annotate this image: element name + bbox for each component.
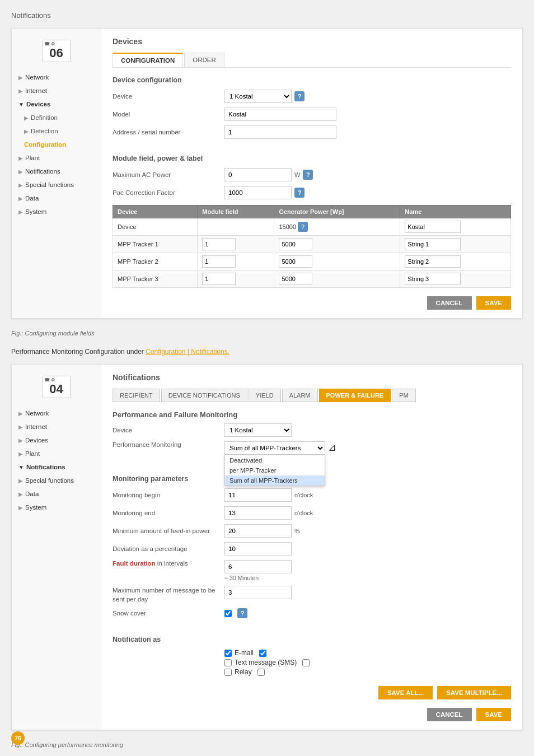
sms-checkbox-2[interactable]: [302, 659, 310, 666]
cancel-button-1[interactable]: CANCEL: [427, 296, 472, 310]
sidebar2-item-network[interactable]: ▶Network: [12, 407, 101, 420]
module-field-input-3[interactable]: [202, 273, 236, 285]
module-field-input-2[interactable]: [202, 255, 236, 268]
sidebar1-item-devices[interactable]: ▼Devices: [12, 97, 101, 111]
sidebar-arrow: ▶: [18, 88, 23, 94]
snow-cover-checkbox[interactable]: [224, 610, 232, 617]
name-input-2[interactable]: [405, 255, 461, 268]
relay-checkbox[interactable]: [224, 669, 232, 676]
device-select-2[interactable]: 1 Kostal: [224, 423, 292, 437]
sms-checkbox[interactable]: [224, 659, 232, 666]
dropdown-option-deactivated[interactable]: Deactivated: [225, 455, 325, 465]
tab-order[interactable]: ORDER: [184, 53, 224, 67]
sidebar2-item-devices[interactable]: ▶Devices: [12, 433, 101, 447]
ntab-power-failure[interactable]: POWER & FAILURE: [319, 389, 391, 402]
save-all-button[interactable]: SAVE ALL...: [378, 686, 433, 699]
email-label: E-mail: [235, 649, 254, 657]
cell-gen-power: [274, 236, 400, 253]
snow-cover-help-btn[interactable]: ?: [237, 608, 247, 618]
sidebar2-item-special-functions[interactable]: ▶Special functions: [12, 474, 101, 487]
sidebar2-item-data[interactable]: ▶Data: [12, 487, 101, 501]
logo-1: ☎ ⚙ 06: [12, 34, 101, 68]
model-row: Model: [113, 108, 511, 121]
sidebar1-item-plant[interactable]: ▶Plant: [12, 151, 101, 165]
email-checkbox-2[interactable]: [259, 650, 266, 657]
max-ac-help-btn[interactable]: ?: [303, 170, 313, 180]
gen-power-input-2[interactable]: [279, 255, 312, 268]
module-field-input-1[interactable]: [202, 238, 236, 250]
ntab-yield[interactable]: YIELD: [249, 389, 281, 402]
name-input-1[interactable]: [405, 238, 461, 250]
max-messages-input[interactable]: [224, 586, 292, 599]
monitoring-end-input[interactable]: [224, 506, 292, 520]
pac-input[interactable]: [224, 186, 292, 199]
name-input-0[interactable]: [405, 221, 461, 233]
devices-section-title: Devices: [113, 37, 511, 46]
sidebar-item-label: Plant: [25, 155, 40, 161]
col-gen-power: Generator Power [Wp]: [274, 206, 400, 218]
dropdown-toggle-icon[interactable]: ⊿: [328, 441, 336, 454]
sidebar-arrow: ▶: [18, 491, 23, 497]
save-button-2[interactable]: SAVE: [476, 708, 511, 721]
gen-power-help[interactable]: ?: [298, 222, 308, 232]
logo-icons: ☎ ⚙: [44, 41, 55, 46]
table-row: MPP Tracker 3: [113, 270, 511, 288]
cell-name: [400, 270, 511, 288]
logo-box-2: ☎ ⚙ 04: [43, 376, 71, 398]
col-device: Device: [113, 206, 198, 218]
sidebar1-item-notifications[interactable]: ▶Notifications: [12, 165, 101, 178]
model-label: Model: [113, 111, 224, 118]
relay-checkbox-2[interactable]: [257, 669, 265, 676]
pac-help-btn[interactable]: ?: [294, 188, 305, 198]
ntab-device-notifications[interactable]: DEVICE NOTIFICATIONS: [161, 389, 247, 402]
col-module-field: Module field: [198, 206, 274, 218]
ntab-recipient[interactable]: RECIPIENT: [113, 389, 160, 402]
min-feed-input[interactable]: [224, 524, 292, 538]
logo-icons-2: ☎ ⚙: [44, 377, 55, 382]
sidebar2-item-system[interactable]: ▶System: [12, 501, 101, 514]
sidebar2-item-plant[interactable]: ▶Plant: [12, 447, 101, 460]
monitoring-end-unit: o'clock: [294, 510, 313, 516]
gen-power-input-3[interactable]: [279, 273, 312, 285]
sidebar1-item-configuration[interactable]: Configuration: [12, 138, 101, 151]
config-notifications-link[interactable]: Configuration | Notifications.: [146, 348, 229, 356]
sidebar1-item-internet[interactable]: ▶Internet: [12, 84, 101, 97]
sidebar-arrow: ▶: [18, 155, 23, 161]
cell-name: [400, 236, 511, 253]
sidebar1-item-network[interactable]: ▶Network: [12, 71, 101, 84]
email-checkbox[interactable]: [224, 650, 232, 657]
save-multiple-button[interactable]: SAVE MULTIPLE...: [437, 686, 511, 699]
sidebar-item-label: Definition: [31, 114, 58, 121]
dropdown-option-sum-mpp[interactable]: Sum of all MPP-Trackers: [225, 475, 325, 486]
sidebar1-item-special-functions[interactable]: ▶Special functions: [12, 178, 101, 192]
sidebar2-item-internet[interactable]: ▶Internet: [12, 420, 101, 433]
deviation-input[interactable]: [224, 542, 292, 556]
dropdown-option-per-mpp[interactable]: per MPP-Tracker: [225, 465, 325, 475]
save-button-1[interactable]: SAVE: [476, 296, 511, 310]
monitoring-begin-input[interactable]: [224, 488, 292, 502]
device-help-btn[interactable]: ?: [294, 91, 305, 101]
cancel-button-2[interactable]: CANCEL: [427, 708, 472, 721]
model-input[interactable]: [224, 108, 336, 121]
tab-configuration[interactable]: CONFIGURATION: [113, 53, 183, 67]
perf-monitoring-select[interactable]: Sum of all MPP-Trackers Deactivated per …: [224, 441, 325, 455]
gen-power-input-1[interactable]: [279, 238, 312, 250]
sidebar1-item-data[interactable]: ▶Data: [12, 192, 101, 205]
sidebar-arrow: ▶: [24, 128, 29, 134]
name-input-3[interactable]: [405, 273, 461, 285]
sidebar1-item-detection[interactable]: ▶Detection: [12, 124, 101, 138]
sidebar1-item-definition[interactable]: ▶Definition: [12, 111, 101, 124]
max-messages-label: Maximum number of message to be sent per…: [113, 586, 224, 604]
logo-2: ☎ ⚙ 04: [12, 370, 101, 404]
sidebar2-item-notifications[interactable]: ▼Notifications: [12, 460, 101, 474]
fig2-caption: Fig.: Configuring performance monitoring: [11, 741, 523, 748]
ntab-alarm[interactable]: ALARM: [282, 389, 318, 402]
sidebar1-item-system[interactable]: ▶System: [12, 205, 101, 218]
cell-gen-power: [274, 253, 400, 270]
sidebar-arrow: ▶: [18, 410, 23, 417]
device-select[interactable]: 1 Kostal: [224, 90, 292, 103]
max-ac-input[interactable]: [224, 168, 292, 181]
fault-duration-input[interactable]: [224, 560, 292, 573]
address-input[interactable]: [224, 125, 336, 139]
ntab-pm[interactable]: PM: [392, 389, 416, 402]
